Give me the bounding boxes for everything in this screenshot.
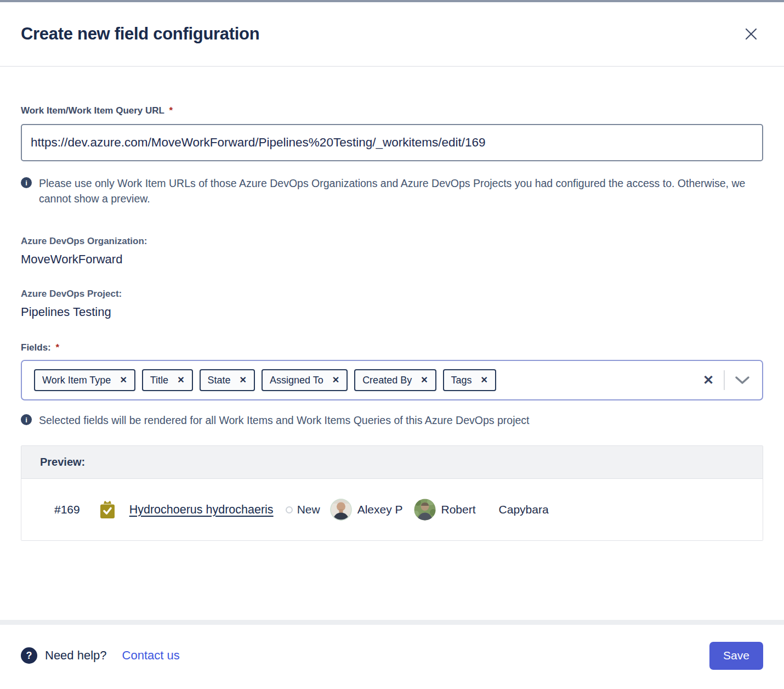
dialog-header: Create new field configuration xyxy=(0,2,784,67)
preview-panel: Preview: #169 Hydrochoerus hydrochaeris … xyxy=(21,445,763,541)
field-chip: Title✕ xyxy=(142,369,193,391)
select-divider xyxy=(724,370,725,390)
url-info-note: i Please use only Work Item URLs of thos… xyxy=(21,176,755,206)
created-by: Robert xyxy=(414,499,476,521)
field-chip: State✕ xyxy=(200,369,255,391)
preview-header: Preview: xyxy=(21,446,763,479)
create-field-configuration-dialog: Create new field configuration Work Item… xyxy=(0,0,784,689)
close-button[interactable] xyxy=(740,23,762,45)
fields-chip-list: Work Item Type✕Title✕State✕Assigned To✕C… xyxy=(34,369,496,391)
chip-remove-icon[interactable]: ✕ xyxy=(481,376,488,385)
chip-remove-icon[interactable]: ✕ xyxy=(177,376,184,385)
project-label: Azure DevOps Project: xyxy=(21,289,763,300)
created-by-avatar xyxy=(414,499,436,521)
help-question-icon: ? xyxy=(21,647,37,664)
info-icon: i xyxy=(21,414,32,425)
dialog-body: Work Item/Work Item Query URL * i Please… xyxy=(0,105,784,541)
organization-block: Azure DevOps Organization: MoveWorkForwa… xyxy=(21,236,763,267)
chevron-down-icon[interactable] xyxy=(735,376,750,385)
dialog-title: Create new field configuration xyxy=(21,24,259,44)
work-item-id: #169 xyxy=(54,503,80,516)
url-info-note-text: Please use only Work Item URLs of those … xyxy=(39,176,755,206)
dialog-footer: ? Need help? Contact us Save xyxy=(0,620,784,686)
chip-remove-icon[interactable]: ✕ xyxy=(421,376,428,385)
state-text: New xyxy=(297,503,320,516)
need-help-text: Need help? xyxy=(45,648,107,663)
fields-info-note: i Selected fields will be rendered for a… xyxy=(21,413,755,428)
save-button[interactable]: Save xyxy=(709,642,763,670)
close-icon xyxy=(743,26,759,42)
fields-multiselect[interactable]: Work Item Type✕Title✕State✕Assigned To✕C… xyxy=(21,360,763,400)
fields-info-note-text: Selected fields will be rendered for all… xyxy=(39,413,530,428)
work-item-url-input[interactable] xyxy=(21,124,763,161)
field-chip: Assigned To✕ xyxy=(262,369,348,391)
field-chip-label: Title xyxy=(150,375,168,386)
assigned-to-avatar xyxy=(330,499,352,521)
field-chip-label: Assigned To xyxy=(270,375,323,386)
work-item-preview-row: #169 Hydrochoerus hydrochaeris New xyxy=(21,479,763,540)
footer-divider xyxy=(0,620,784,625)
url-field-label: Work Item/Work Item Query URL * xyxy=(21,105,763,116)
created-by-name: Robert xyxy=(441,503,476,516)
assigned-to-name: Alexey P xyxy=(357,503,403,516)
multiselect-controls: ✕ xyxy=(703,370,750,390)
url-field-label-text: Work Item/Work Item Query URL xyxy=(21,105,164,116)
field-chip-label: Work Item Type xyxy=(42,375,111,386)
clear-all-icon[interactable]: ✕ xyxy=(703,374,714,387)
organization-value: MoveWorkForward xyxy=(21,252,763,267)
chip-remove-icon[interactable]: ✕ xyxy=(240,376,247,385)
organization-label: Azure DevOps Organization: xyxy=(21,236,763,247)
field-chip-label: Created By xyxy=(362,375,412,386)
work-item-type-icon xyxy=(100,500,115,519)
contact-us-link[interactable]: Contact us xyxy=(122,648,180,663)
work-item-tags: Capybara xyxy=(499,503,549,516)
work-item-state: New xyxy=(286,503,320,516)
preview-title: Preview: xyxy=(40,456,85,468)
chip-remove-icon[interactable]: ✕ xyxy=(120,376,127,385)
field-chip-label: State xyxy=(208,375,231,386)
field-chip: Work Item Type✕ xyxy=(34,369,135,391)
required-asterisk: * xyxy=(56,342,60,353)
work-item-title-link[interactable]: Hydrochoerus hydrochaeris xyxy=(129,503,274,517)
fields-label: Fields: * xyxy=(21,342,763,353)
fields-label-text: Fields: xyxy=(21,342,51,353)
state-new-icon xyxy=(286,506,293,513)
footer-row: ? Need help? Contact us Save xyxy=(0,625,784,686)
assigned-to: Alexey P xyxy=(330,499,403,521)
project-value: Pipelines Testing xyxy=(21,305,763,319)
project-block: Azure DevOps Project: Pipelines Testing xyxy=(21,289,763,319)
info-icon: i xyxy=(21,177,32,188)
field-chip-label: Tags xyxy=(451,375,472,386)
field-chip: Created By✕ xyxy=(354,369,436,391)
field-chip: Tags✕ xyxy=(443,369,496,391)
required-asterisk: * xyxy=(169,105,173,116)
chip-remove-icon[interactable]: ✕ xyxy=(332,376,339,385)
